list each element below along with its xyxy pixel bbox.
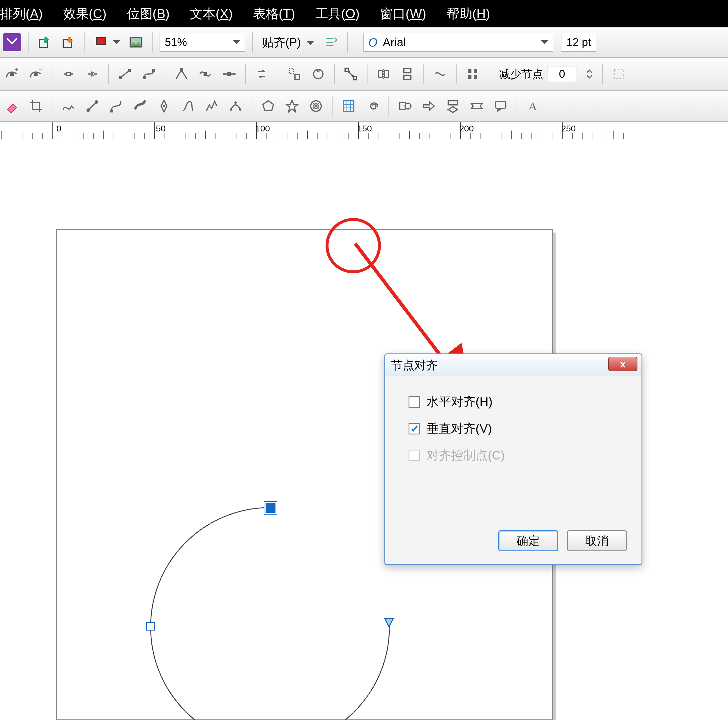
svg-marker-44	[286, 100, 298, 112]
ruler-tick-minor	[307, 130, 308, 139]
align-nodes-icon[interactable]	[342, 65, 360, 83]
bspline-icon[interactable]	[179, 97, 197, 115]
option-vertical-align[interactable]: 垂直对齐(V)	[408, 420, 618, 437]
reflect-horiz-icon[interactable]	[375, 65, 393, 83]
ruler-tick-major: 150	[358, 123, 359, 139]
flowchart-shapes-icon[interactable]	[444, 97, 462, 115]
banner-shapes-icon[interactable]	[468, 97, 486, 115]
node-handle[interactable]	[146, 622, 155, 631]
checkbox-unchecked-icon[interactable]	[408, 396, 420, 407]
option-horizontal-align[interactable]: 水平对齐(H)	[408, 394, 618, 410]
ruler-tick-minor	[501, 133, 502, 139]
ruler-tick-minor	[216, 133, 216, 139]
ok-button[interactable]: 确定	[498, 530, 558, 551]
menu-tools[interactable]: 工具(O)	[315, 5, 359, 23]
text-icon[interactable]: A	[524, 97, 542, 115]
font-combo[interactable]: O Arial	[363, 33, 553, 52]
polyline-icon[interactable]	[203, 97, 221, 115]
menu-arrange[interactable]: 排列(A)	[0, 5, 43, 23]
separator	[252, 32, 253, 52]
separator	[388, 96, 389, 116]
cusp-node-icon[interactable]	[172, 65, 190, 83]
import-icon[interactable]	[35, 33, 54, 51]
bounding-box-icon[interactable]	[610, 65, 628, 83]
ruler-tick-minor	[2, 130, 2, 139]
join-nodes-icon[interactable]	[60, 65, 78, 83]
line-2point-icon[interactable]	[83, 97, 101, 115]
eraser-icon[interactable]	[3, 97, 21, 115]
delete-node-icon[interactable]: −	[27, 65, 45, 83]
zoom-value: 51%	[165, 36, 187, 49]
snap-options-icon[interactable]	[322, 33, 340, 51]
ruler-tick-minor	[317, 133, 318, 139]
reflect-vert-icon[interactable]	[398, 65, 416, 83]
bezier-icon[interactable]	[107, 97, 125, 115]
basic-shapes-icon[interactable]	[396, 97, 414, 115]
macro-icon[interactable]	[3, 33, 21, 51]
arc-curve-object[interactable]	[140, 495, 402, 720]
menu-bitmap[interactable]: 位图(B)	[127, 5, 170, 23]
star-icon[interactable]	[283, 97, 301, 115]
to-line-icon[interactable]	[116, 65, 134, 83]
menu-window[interactable]: 窗口(W)	[380, 5, 426, 23]
pen-icon[interactable]	[155, 97, 173, 115]
menu-table[interactable]: 表格(T)	[253, 5, 295, 23]
callout-shapes-icon[interactable]	[491, 97, 509, 115]
reverse-direction-icon[interactable]	[253, 65, 271, 83]
separator	[252, 96, 252, 116]
ruler-tick-major: 50	[154, 123, 155, 139]
svg-point-39	[163, 105, 165, 107]
svg-rect-32	[474, 69, 477, 73]
dropdown-icon[interactable]	[113, 40, 120, 44]
smooth-node-icon[interactable]	[196, 65, 214, 83]
selected-node-handle[interactable]	[265, 502, 277, 514]
dialog-close-button[interactable]: x	[608, 357, 638, 371]
menu-effects[interactable]: 效果(C)	[63, 5, 107, 23]
freehand-icon[interactable]	[60, 97, 78, 115]
export-icon[interactable]	[60, 33, 78, 51]
ruler-tick-minor	[583, 133, 583, 139]
ruler-tick-minor	[603, 133, 603, 139]
separator	[367, 64, 367, 84]
svg-rect-23	[345, 68, 349, 72]
canvas-area[interactable]: 节点对齐 x 水平对齐(H) 垂直对齐(V) 对齐控制点(C) 确定 取消	[0, 139, 728, 719]
app-launcher-icon[interactable]	[92, 33, 110, 51]
symmetric-node-icon[interactable]	[220, 65, 238, 83]
svg-rect-12	[128, 69, 131, 72]
font-size-box[interactable]: 12 pt	[561, 33, 596, 52]
to-curve-icon[interactable]	[140, 65, 158, 83]
curve-end-arrow-icon	[383, 616, 395, 628]
complex-star-icon[interactable]	[307, 97, 325, 115]
break-node-icon[interactable]	[83, 65, 101, 83]
spiral-icon[interactable]	[363, 97, 381, 115]
3point-curve-icon[interactable]	[226, 97, 245, 115]
reduce-nodes-spinner[interactable]	[584, 65, 595, 83]
svg-text:−: −	[39, 67, 42, 73]
crop-icon[interactable]	[27, 97, 45, 115]
select-all-nodes-icon[interactable]	[463, 65, 482, 83]
dialog-titlebar[interactable]: 节点对齐 x	[385, 354, 641, 376]
polygon-icon[interactable]	[259, 97, 277, 115]
reduce-nodes-input[interactable]: 0	[547, 66, 577, 82]
extract-subpath-icon[interactable]	[309, 65, 327, 83]
zoom-combo[interactable]: 51%	[159, 33, 245, 52]
elastic-mode-icon[interactable]	[431, 65, 449, 83]
ruler-tick-major: 250	[562, 123, 563, 139]
ruler-tick-minor	[389, 133, 389, 139]
snap-dropdown[interactable]: 贴齐(P)	[262, 34, 314, 51]
extend-curve-icon[interactable]	[285, 65, 303, 83]
ruler-tick-minor	[623, 133, 624, 139]
artistic-media-icon[interactable]	[131, 97, 149, 115]
menu-text[interactable]: 文本(X)	[190, 5, 232, 23]
svg-rect-24	[353, 77, 357, 80]
cancel-button[interactable]: 取消	[567, 530, 627, 551]
checkbox-checked-icon[interactable]	[408, 423, 420, 434]
arrow-shapes-icon[interactable]	[420, 97, 438, 115]
ruler-tick-minor	[541, 133, 542, 139]
welcome-screen-icon[interactable]	[127, 33, 145, 51]
add-node-icon[interactable]: +	[3, 65, 21, 83]
menu-help[interactable]: 帮助(H)	[447, 5, 490, 23]
graph-paper-icon[interactable]	[340, 97, 358, 115]
ruler-tick-minor	[22, 133, 23, 139]
svg-point-5	[133, 40, 135, 42]
